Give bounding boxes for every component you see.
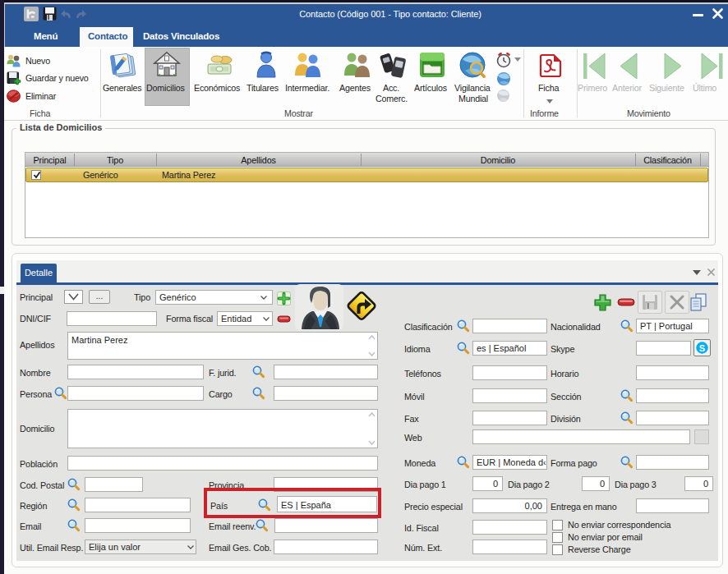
svg-text:S: S (699, 343, 705, 353)
